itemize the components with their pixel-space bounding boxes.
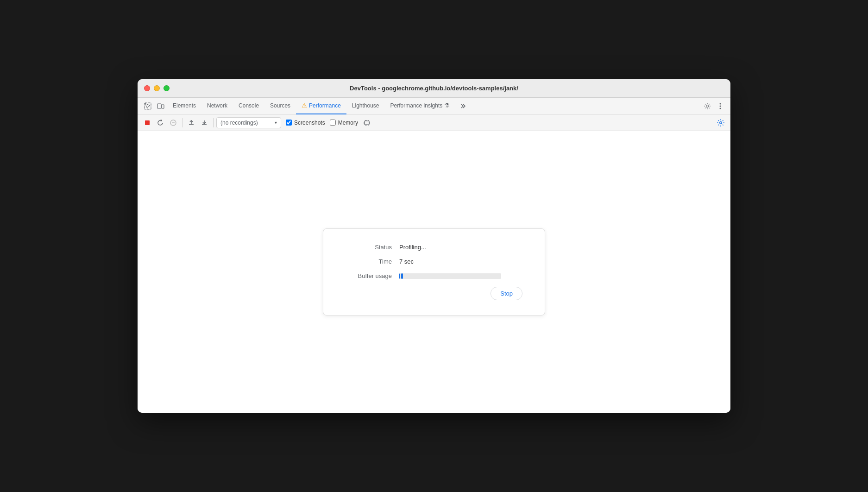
time-label: Time [346, 258, 392, 265]
profiling-card: Status Profiling... Time 7 sec Buffer us… [323, 228, 545, 315]
memory-label[interactable]: Memory [330, 120, 358, 126]
vertical-dots-icon [717, 102, 724, 110]
device-icon [157, 102, 164, 110]
screenshots-text: Screenshots [294, 120, 325, 126]
tab-network[interactable]: Network [201, 98, 233, 114]
tab-elements[interactable]: Elements [167, 98, 201, 114]
svg-rect-7 [145, 120, 150, 125]
buffer-bar [399, 273, 501, 279]
minimize-button[interactable] [154, 85, 160, 91]
more-tabs-button[interactable] [456, 100, 469, 113]
svg-rect-9 [365, 121, 369, 125]
time-row: Time 7 sec [346, 258, 522, 265]
svg-rect-1 [157, 104, 161, 108]
svg-rect-2 [162, 105, 164, 108]
gear-icon [704, 102, 711, 110]
status-label: Status [346, 244, 392, 251]
memory-chip-icon [363, 119, 371, 126]
recordings-dropdown[interactable]: (no recordings) ▾ [216, 117, 281, 128]
tab-performance[interactable]: ⚠ Performance [296, 98, 346, 114]
upload-button[interactable] [185, 117, 197, 129]
settings-button[interactable] [701, 100, 714, 113]
tab-console[interactable]: Console [233, 98, 264, 114]
screenshots-label[interactable]: Screenshots [286, 120, 325, 126]
device-toolbar-button[interactable] [154, 100, 167, 113]
flask-icon: ⚗ [444, 102, 450, 109]
recordings-value: (no recordings) [220, 120, 258, 126]
capture-settings-icon [717, 119, 725, 127]
tab-bar: Elements Network Console Sources ⚠ Perfo… [138, 98, 730, 114]
memory-text: Memory [338, 120, 358, 126]
stop-record-icon [144, 119, 151, 126]
buffer-label: Buffer usage [346, 272, 392, 279]
toolbar-separator-1 [182, 118, 182, 127]
upload-icon [188, 119, 195, 126]
screenshots-checkbox[interactable] [286, 120, 292, 126]
dropdown-arrow-icon: ▾ [275, 120, 277, 125]
chevron-right-double-icon [459, 102, 466, 110]
tab-lighthouse[interactable]: Lighthouse [346, 98, 385, 114]
memory-icon-button[interactable] [361, 117, 373, 129]
svg-point-6 [720, 107, 721, 109]
buffer-marker [399, 273, 400, 279]
cursor-icon [144, 102, 151, 110]
performance-toolbar: (no recordings) ▾ Screenshots Memory [138, 114, 730, 131]
capture-settings-button[interactable] [715, 117, 727, 129]
time-value: 7 sec [399, 258, 414, 265]
svg-point-10 [720, 121, 722, 124]
warning-icon: ⚠ [302, 102, 307, 109]
svg-point-5 [720, 105, 721, 107]
download-button[interactable] [198, 117, 210, 129]
clear-icon [170, 119, 177, 126]
refresh-icon [157, 119, 164, 126]
stop-button[interactable]: Stop [491, 287, 522, 300]
devtools-window: DevTools - googlechrome.github.io/devtoo… [138, 79, 730, 413]
svg-rect-0 [145, 103, 151, 109]
more-options-button[interactable] [714, 100, 727, 113]
record-stop-button[interactable] [141, 117, 153, 129]
maximize-button[interactable] [164, 85, 170, 91]
svg-point-4 [720, 103, 721, 104]
tab-sources[interactable]: Sources [264, 98, 296, 114]
window-title: DevTools - googlechrome.github.io/devtoo… [350, 85, 518, 92]
download-icon [201, 119, 208, 126]
inspect-icon-button[interactable] [141, 100, 154, 113]
memory-checkbox[interactable] [330, 120, 336, 126]
tab-performance-insights[interactable]: Performance insights ⚗ [385, 98, 456, 114]
buffer-row: Buffer usage [346, 272, 522, 279]
main-content: Status Profiling... Time 7 sec Buffer us… [138, 131, 730, 413]
status-value: Profiling... [399, 244, 426, 251]
reload-record-button[interactable] [154, 117, 166, 129]
title-bar: DevTools - googlechrome.github.io/devtoo… [138, 79, 730, 98]
clear-button[interactable] [167, 117, 179, 129]
toolbar-separator-2 [213, 118, 214, 127]
buffer-fill [401, 273, 403, 279]
svg-point-3 [706, 105, 709, 107]
status-row: Status Profiling... [346, 244, 522, 251]
close-button[interactable] [144, 85, 150, 91]
traffic-lights [144, 85, 170, 91]
